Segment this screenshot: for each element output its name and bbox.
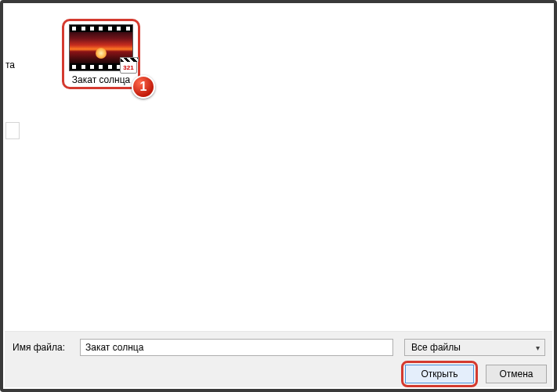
open-button-highlight: Открыть	[401, 361, 478, 387]
left-truncated-text: та	[5, 59, 15, 70]
filename-label: Имя файла:	[5, 342, 80, 353]
open-file-dialog: та 321 Закат солнца 1	[0, 0, 557, 392]
file-type-filter[interactable]: Все файлы ▾	[404, 339, 545, 356]
sun-icon	[96, 48, 107, 59]
annotation-marker-1: 1	[132, 75, 155, 99]
filename-input[interactable]	[80, 339, 393, 356]
media-player-badge: 321	[120, 59, 137, 74]
video-thumbnail: 321	[69, 24, 133, 71]
file-type-filter-label: Все файлы	[411, 342, 461, 353]
filmstrip-top	[70, 25, 132, 32]
open-button[interactable]: Открыть	[405, 365, 474, 383]
file-list-area[interactable]: 321 Закат солнца	[58, 19, 144, 89]
cancel-button[interactable]: Отмена	[486, 365, 547, 383]
selection-highlight: 321 Закат солнца	[62, 19, 140, 89]
file-item[interactable]: 321 Закат солнца	[58, 19, 144, 89]
file-name-label: Закат солнца	[69, 74, 133, 85]
dialog-bottom-panel: Имя файла: Все файлы ▾ Открыть Отмена	[5, 331, 552, 387]
chevron-down-icon: ▾	[536, 343, 540, 352]
left-panel-stub	[5, 122, 20, 139]
